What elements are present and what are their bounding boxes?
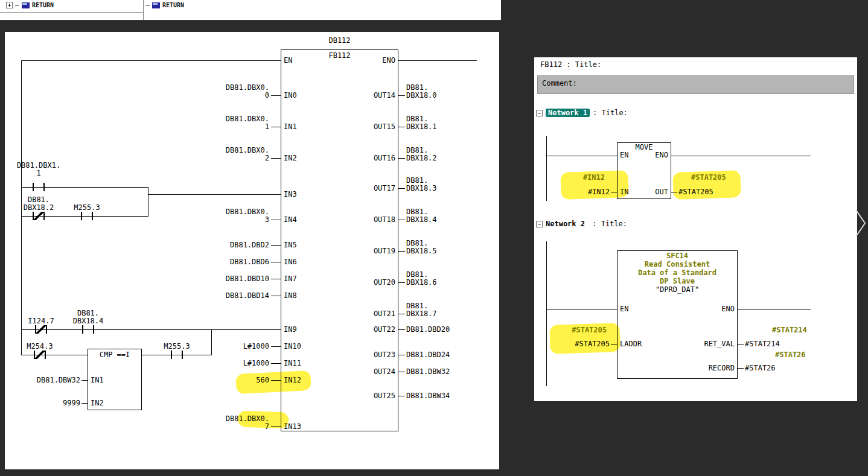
tree-item-return-1[interactable]: RETURN [6, 2, 54, 8]
operand-in5[interactable]: DB81.DBD2 [174, 241, 269, 249]
move-out-operand[interactable]: #STAT205 [678, 188, 713, 196]
move-in-operand[interactable]: #IN12 [563, 188, 610, 196]
pin-in9[interactable]: IN9 [284, 326, 297, 334]
sfc-record-symbol[interactable]: #STAT26 [775, 351, 806, 359]
contact-no-m255-3[interactable] [81, 212, 93, 220]
contact-nc-db81-dbx18-2[interactable] [33, 212, 45, 220]
operand-out17-bit[interactable]: DBX18.3 [406, 185, 437, 192]
sfc-pin-record[interactable]: RECORD [673, 364, 735, 372]
network2-label[interactable]: Network 2 [546, 220, 585, 228]
contact-no-m255-3-2[interactable] [171, 351, 183, 359]
cmp-operand-1[interactable]: DB81.DBW32 [14, 376, 80, 384]
sfc-laddr-operand[interactable]: #STAT205 [554, 340, 610, 348]
operand-out14-bit[interactable]: DBX18.0 [406, 92, 437, 100]
move-in-symbol[interactable]: #IN12 [558, 174, 605, 182]
sfc-name[interactable]: SFC14 [617, 252, 738, 260]
operand-out15-bit[interactable]: DBX18.1 [406, 123, 437, 131]
operand-in13[interactable]: DB81.DBX0. [174, 415, 269, 423]
operand-out20-bit[interactable]: DBX18.6 [406, 279, 437, 287]
operand-in1-bit[interactable]: 1 [174, 123, 269, 131]
pin-eno[interactable]: ENO [343, 57, 395, 65]
pin-in8[interactable]: IN8 [284, 292, 297, 300]
sfc-pin-laddr[interactable]: LADDR [620, 340, 642, 348]
operand-in6[interactable]: DB81.DBD6 [174, 258, 269, 266]
contact-nc-i124-7[interactable] [35, 325, 47, 334]
pin-out16[interactable]: OUT16 [343, 154, 395, 162]
sfc-pin-en[interactable]: EN [620, 305, 628, 313]
contact-no-db81-dbx18-4[interactable] [82, 325, 94, 334]
scroll-right-chevron[interactable] [855, 209, 867, 238]
contact-operand[interactable]: DBX18.4 [64, 317, 112, 325]
operand-in1[interactable]: DB81.DBX0. [174, 115, 269, 123]
operand-in4-bit[interactable]: 3 [174, 216, 269, 224]
contact-nc-m254-3[interactable] [34, 351, 46, 359]
operand-out22[interactable]: DB81.DBD20 [406, 326, 450, 334]
pin-in3[interactable]: IN3 [284, 191, 297, 198]
pin-out22[interactable]: OUT22 [343, 326, 395, 334]
operand-in12[interactable]: 560 [174, 376, 269, 384]
pin-out24[interactable]: OUT24 [343, 368, 395, 376]
operand-in13-bit[interactable]: 7 [174, 423, 269, 431]
operand-out25[interactable]: DB81.DBW34 [406, 392, 450, 400]
operand-out16-bit[interactable]: DBX18.2 [406, 154, 437, 162]
operand-in4[interactable]: DB81.DBX0. [174, 208, 269, 216]
contact-operand[interactable]: 1 [8, 170, 69, 177]
pin-in12[interactable]: IN12 [284, 376, 301, 384]
sfc-retval-symbol[interactable]: #STAT214 [772, 326, 807, 334]
contact-operand[interactable]: M254.3 [16, 343, 64, 351]
pin-in5[interactable]: IN5 [284, 241, 297, 249]
sfc-function-name[interactable]: "DPRD_DAT" [617, 286, 738, 294]
contact-no-db81-dbx1-1[interactable] [33, 183, 45, 191]
collapse-icon[interactable] [536, 110, 543, 116]
pin-in4[interactable]: IN4 [284, 216, 297, 224]
operand-in0-bit[interactable]: 0 [174, 92, 269, 100]
sfc-pin-eno[interactable]: ENO [679, 305, 735, 313]
pin-in10[interactable]: IN10 [284, 343, 301, 351]
sfc-laddr-symbol[interactable]: #STAT205 [551, 326, 607, 334]
comment-bar[interactable] [537, 75, 854, 94]
pin-in1[interactable]: IN1 [284, 123, 297, 131]
operand-in10[interactable]: L#1000 [174, 343, 269, 351]
cmp-pin-in1[interactable]: IN1 [91, 376, 104, 384]
cmp-operand-2[interactable]: 9999 [14, 399, 80, 407]
operand-in7[interactable]: DB81.DBD10 [174, 275, 269, 283]
instance-db-label[interactable]: DB112 [281, 37, 398, 45]
operand-out18-bit[interactable]: DBX18.4 [406, 216, 437, 224]
operand-out19-bit[interactable]: DBX18.5 [406, 247, 437, 255]
pin-out20[interactable]: OUT20 [343, 279, 395, 287]
block-title[interactable]: FB112 : Title: [540, 61, 601, 69]
operand-in11[interactable]: L#1000 [174, 360, 269, 367]
operand-out21-bit[interactable]: DBX18.7 [406, 310, 437, 318]
sfc-record-operand[interactable]: #STAT26 [745, 364, 776, 372]
tree-item-label[interactable]: RETURN [32, 2, 54, 8]
pin-in2[interactable]: IN2 [284, 154, 297, 162]
pin-out18[interactable]: OUT18 [343, 216, 395, 224]
pin-out15[interactable]: OUT15 [343, 123, 395, 131]
cmp-title[interactable]: CMP ==I [88, 351, 142, 359]
sfc-pin-retval[interactable]: RET_VAL [673, 340, 735, 348]
pin-out19[interactable]: OUT19 [343, 247, 395, 255]
network2-header[interactable]: Network 2 : Title: [536, 220, 627, 228]
move-pin-in[interactable]: IN [620, 188, 628, 196]
operand-in8[interactable]: DB81.DBD14 [174, 292, 269, 300]
move-pin-eno[interactable]: ENO [633, 151, 668, 159]
tree-item-return-2[interactable]: RETURN [145, 2, 184, 8]
pin-in13[interactable]: IN13 [284, 423, 301, 431]
pin-in11[interactable]: IN11 [284, 360, 301, 367]
pin-in6[interactable]: IN6 [284, 258, 297, 266]
pin-out17[interactable]: OUT17 [343, 185, 395, 192]
operand-in2-bit[interactable]: 2 [174, 154, 269, 162]
move-out-symbol[interactable]: #STAT205 [691, 174, 726, 182]
contact-operand[interactable]: M255.3 [57, 204, 117, 212]
network1-header[interactable]: Network 1 : Title: [536, 109, 628, 117]
operand-in0[interactable]: DB81.DBX0. [174, 84, 269, 92]
pin-out25[interactable]: OUT25 [343, 392, 395, 400]
operand-in2[interactable]: DB81.DBX0. [174, 147, 269, 154]
pin-in7[interactable]: IN7 [284, 275, 297, 283]
move-pin-out[interactable]: OUT [633, 188, 668, 196]
pin-out21[interactable]: OUT21 [343, 310, 395, 318]
cmp-pin-in2[interactable]: IN2 [91, 399, 104, 407]
network1-label[interactable]: Network 1 [546, 109, 590, 117]
operand-out23[interactable]: DB81.DBD24 [406, 351, 450, 359]
pin-en[interactable]: EN [284, 57, 292, 65]
